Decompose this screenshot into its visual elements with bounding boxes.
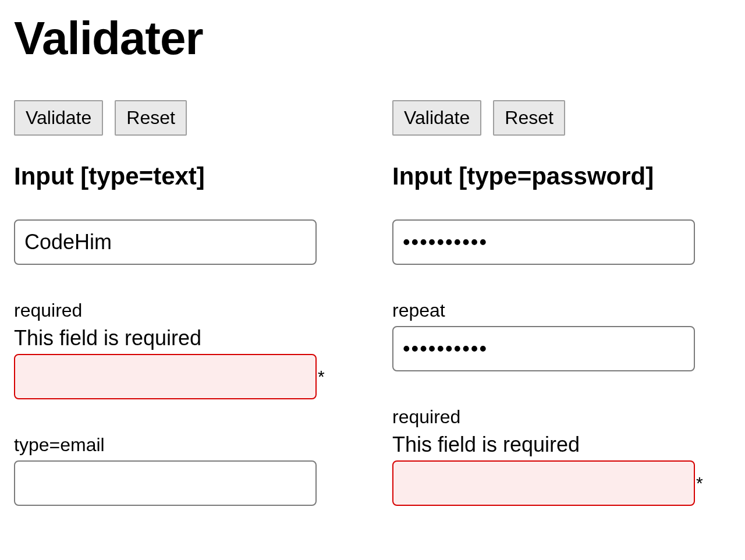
required-text-field-group: required This field is required * (14, 300, 328, 399)
email-input[interactable] (14, 460, 317, 506)
right-heading: Input [type=password] (392, 162, 707, 190)
left-button-row: Validate Reset (14, 100, 328, 136)
right-column: Validate Reset Input [type=password] rep… (392, 100, 707, 506)
required-password-input[interactable] (392, 460, 695, 506)
required-error-message: This field is required (392, 433, 707, 457)
right-button-row: Validate Reset (392, 100, 707, 136)
repeat-password-input[interactable] (392, 326, 695, 371)
required-error-message: This field is required (14, 326, 328, 350)
validate-button[interactable]: Validate (14, 100, 103, 136)
password-field-group (392, 219, 707, 265)
required-label: required (392, 406, 707, 428)
repeat-label: repeat (392, 300, 707, 321)
text-field-group (14, 219, 328, 265)
email-field-group: type=email (14, 434, 328, 506)
required-asterisk: * (318, 367, 325, 387)
password-input[interactable] (392, 219, 695, 265)
required-text-input[interactable] (14, 354, 317, 399)
validate-button[interactable]: Validate (392, 100, 481, 136)
page-title: Validater (14, 12, 731, 65)
left-column: Validate Reset Input [type=text] require… (14, 100, 328, 506)
reset-button[interactable]: Reset (493, 100, 565, 136)
text-input[interactable] (14, 219, 317, 265)
email-label: type=email (14, 434, 328, 456)
repeat-password-field-group: repeat (392, 300, 707, 371)
required-password-field-group: required This field is required * (392, 406, 707, 506)
columns: Validate Reset Input [type=text] require… (14, 100, 731, 506)
reset-button[interactable]: Reset (115, 100, 187, 136)
left-heading: Input [type=text] (14, 162, 328, 190)
required-label: required (14, 300, 328, 321)
required-asterisk: * (696, 473, 703, 493)
